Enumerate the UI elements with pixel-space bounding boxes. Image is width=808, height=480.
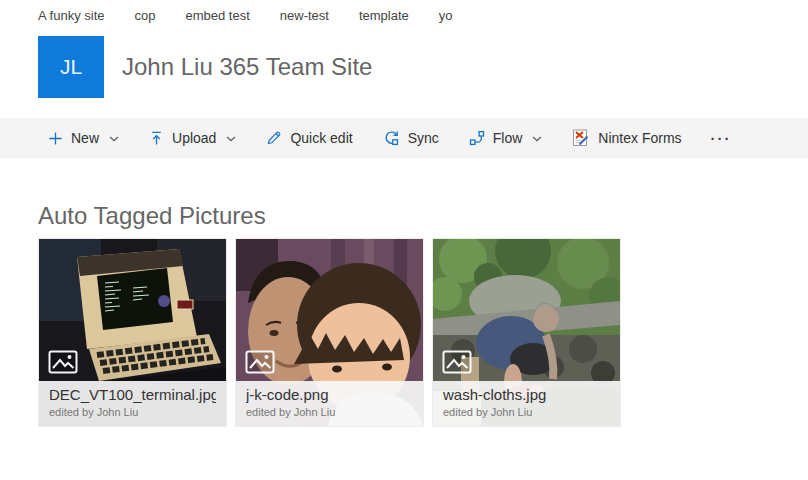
- site-logo[interactable]: JL: [38, 36, 104, 98]
- flow-icon: [469, 130, 485, 146]
- chevron-down-icon: [532, 136, 542, 142]
- file-name[interactable]: j-k-code.png: [246, 386, 413, 403]
- sync-button[interactable]: Sync: [368, 118, 454, 158]
- file-name[interactable]: DEC_VT100_terminal.jpg: [49, 386, 216, 403]
- file-card[interactable]: j-k-code.png edited by John Liu: [235, 238, 424, 427]
- file-edited-by: edited by John Liu: [443, 406, 610, 418]
- nav-link-yo[interactable]: yo: [439, 8, 453, 23]
- quick-edit-button[interactable]: Quick edit: [251, 118, 367, 158]
- file-card[interactable]: DEC_VT100_terminal.jpg edited by John Li…: [38, 238, 227, 427]
- more-commands-button[interactable]: ···: [697, 130, 746, 147]
- upload-icon: [149, 130, 164, 146]
- nintex-forms-button-label: Nintex Forms: [598, 130, 681, 146]
- nintex-forms-icon: [572, 128, 590, 148]
- plus-icon: [48, 131, 63, 146]
- nintex-forms-button[interactable]: Nintex Forms: [557, 118, 696, 158]
- file-name[interactable]: wash-cloths.jpg: [443, 386, 610, 403]
- file-card-footer: j-k-code.png edited by John Liu: [236, 381, 423, 426]
- chevron-down-icon: [226, 136, 236, 142]
- top-nav: A funky site cop embed test new-test tem…: [38, 8, 453, 23]
- file-card-footer: DEC_VT100_terminal.jpg edited by John Li…: [39, 381, 226, 426]
- file-edited-by: edited by John Liu: [49, 406, 216, 418]
- sync-button-label: Sync: [408, 130, 439, 146]
- page-title: Auto Tagged Pictures: [38, 202, 266, 230]
- site-header: JL John Liu 365 Team Site: [38, 36, 372, 98]
- nav-link-template[interactable]: template: [359, 8, 409, 23]
- pencil-icon: [266, 130, 282, 146]
- command-bar: New Upload Quick edit Sync: [0, 118, 808, 158]
- flow-button[interactable]: Flow: [454, 118, 558, 158]
- site-title[interactable]: John Liu 365 Team Site: [122, 53, 372, 81]
- new-button[interactable]: New: [33, 118, 134, 158]
- new-button-label: New: [71, 130, 99, 146]
- file-edited-by: edited by John Liu: [246, 406, 413, 418]
- file-card-footer: wash-cloths.jpg edited by John Liu: [433, 381, 620, 426]
- nav-link-a-funky-site[interactable]: A funky site: [38, 8, 104, 23]
- photo-type-icon: [442, 350, 472, 374]
- photo-type-icon: [245, 350, 275, 374]
- nav-link-embed-test[interactable]: embed test: [185, 8, 249, 23]
- file-card[interactable]: wash-cloths.jpg edited by John Liu: [432, 238, 621, 427]
- picture-tiles: DEC_VT100_terminal.jpg edited by John Li…: [38, 238, 621, 427]
- photo-type-icon: [48, 350, 78, 374]
- upload-button[interactable]: Upload: [134, 118, 251, 158]
- nav-link-cop[interactable]: cop: [134, 8, 155, 23]
- flow-button-label: Flow: [493, 130, 523, 146]
- quick-edit-button-label: Quick edit: [290, 130, 352, 146]
- upload-button-label: Upload: [172, 130, 216, 146]
- sync-icon: [383, 130, 400, 146]
- chevron-down-icon: [109, 136, 119, 142]
- nav-link-new-test[interactable]: new-test: [280, 8, 329, 23]
